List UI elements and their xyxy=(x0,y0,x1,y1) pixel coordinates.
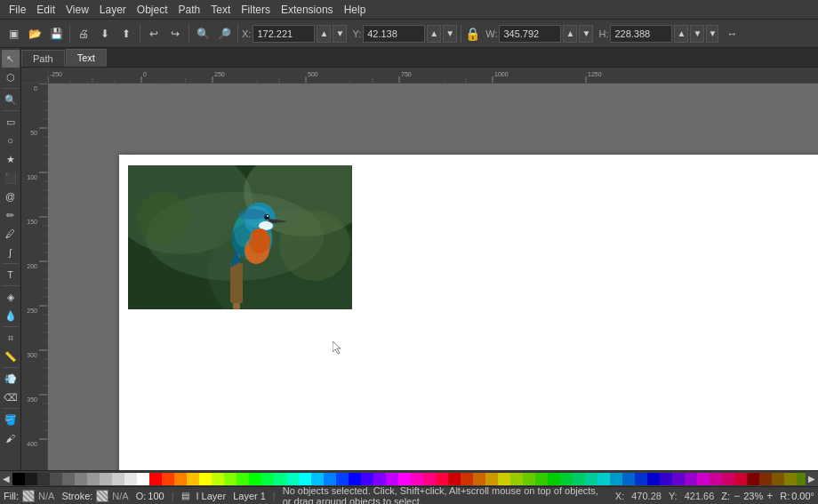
color-swatch[interactable] xyxy=(448,473,461,485)
color-swatch[interactable] xyxy=(386,473,398,485)
menu-filters[interactable]: Filters xyxy=(236,2,276,18)
tool-paint[interactable]: 🖌 xyxy=(2,429,20,447)
image-object[interactable] xyxy=(128,165,352,309)
color-swatch[interactable] xyxy=(75,473,87,485)
color-swatch[interactable] xyxy=(100,473,112,485)
color-swatch[interactable] xyxy=(647,473,660,485)
color-swatch[interactable] xyxy=(784,473,797,485)
tool-3d[interactable]: ⬛ xyxy=(2,169,20,187)
toolbar-redo[interactable]: ↪ xyxy=(165,24,185,44)
menu-extensions[interactable]: Extensions xyxy=(276,2,339,18)
color-swatch[interactable] xyxy=(87,473,100,485)
color-swatch[interactable] xyxy=(261,473,274,485)
color-swatch[interactable] xyxy=(137,473,149,485)
menu-view[interactable]: View xyxy=(60,2,94,18)
color-swatch[interactable] xyxy=(398,473,411,485)
color-swatch[interactable] xyxy=(697,473,710,485)
color-swatch[interactable] xyxy=(485,473,498,485)
coord-w-input[interactable] xyxy=(499,25,561,43)
tool-gradient[interactable]: ◈ xyxy=(2,288,20,306)
menu-layer[interactable]: Layer xyxy=(94,2,132,18)
color-swatch[interactable] xyxy=(286,473,299,485)
color-swatch[interactable] xyxy=(747,473,759,485)
color-swatch[interactable] xyxy=(162,473,174,485)
layer-indicator[interactable]: I Layer xyxy=(196,491,227,501)
color-swatch[interactable] xyxy=(199,473,212,485)
coord-y-down[interactable]: ▼ xyxy=(443,25,457,43)
color-swatch[interactable] xyxy=(349,473,361,485)
tab-path[interactable]: Path xyxy=(21,50,65,67)
tool-ellipse[interactable]: ○ xyxy=(2,132,20,149)
coord-x-up[interactable]: ▲ xyxy=(317,25,331,43)
color-swatch[interactable] xyxy=(274,473,286,485)
coord-x-input[interactable] xyxy=(253,25,315,43)
color-swatch[interactable] xyxy=(62,473,75,485)
color-swatch[interactable] xyxy=(299,473,311,485)
color-swatch[interactable] xyxy=(249,473,261,485)
color-swatch[interactable] xyxy=(373,473,386,485)
color-swatch[interactable] xyxy=(212,473,224,485)
palette-scroll-right[interactable]: ▶ xyxy=(806,471,818,487)
color-swatch[interactable] xyxy=(237,473,249,485)
toolbar-undo[interactable]: ↩ xyxy=(144,24,164,44)
color-swatch[interactable] xyxy=(473,473,485,485)
color-swatch[interactable] xyxy=(37,473,50,485)
color-swatch[interactable] xyxy=(50,473,62,485)
coord-w-up[interactable]: ▲ xyxy=(563,25,577,43)
color-swatch[interactable] xyxy=(734,473,747,485)
color-swatch[interactable] xyxy=(797,473,806,485)
toolbar-save[interactable]: 💾 xyxy=(46,24,66,44)
color-swatch[interactable] xyxy=(224,473,237,485)
tool-connector[interactable]: ⌗ xyxy=(2,329,20,347)
color-swatch[interactable] xyxy=(461,473,473,485)
color-swatch[interactable] xyxy=(411,473,423,485)
layer-value[interactable]: Layer 1 xyxy=(233,491,266,501)
menu-object[interactable]: Object xyxy=(132,2,173,18)
color-swatch[interactable] xyxy=(174,473,187,485)
toolbar-print[interactable]: 🖨 xyxy=(74,24,93,44)
tool-rect[interactable]: ▭ xyxy=(2,113,20,131)
color-swatch[interactable] xyxy=(112,473,124,485)
menu-text[interactable]: Text xyxy=(205,2,236,18)
coord-x-down[interactable]: ▼ xyxy=(333,25,347,43)
tool-dropper[interactable]: 💧 xyxy=(2,307,20,324)
tool-fill[interactable]: 🪣 xyxy=(2,411,20,428)
color-swatch[interactable] xyxy=(535,473,548,485)
palette-scroll-left[interactable]: ◀ xyxy=(0,471,12,487)
color-swatch[interactable] xyxy=(573,473,585,485)
tool-spiral[interactable]: @ xyxy=(2,188,20,205)
color-swatch[interactable] xyxy=(610,473,622,485)
zoom-out-btn[interactable]: − xyxy=(734,490,740,502)
color-swatch[interactable] xyxy=(124,473,137,485)
color-swatch[interactable] xyxy=(772,473,784,485)
toolbar-zoom-in[interactable]: 🔍 xyxy=(193,24,213,44)
color-swatch[interactable] xyxy=(423,473,436,485)
tool-pen[interactable]: 🖊 xyxy=(2,225,20,243)
color-swatch[interactable] xyxy=(635,473,647,485)
menu-file[interactable]: File xyxy=(4,2,31,18)
color-swatch[interactable] xyxy=(585,473,597,485)
coord-y-input[interactable] xyxy=(363,25,425,43)
fill-color-box[interactable] xyxy=(22,490,35,502)
coord-h-down[interactable]: ▼ xyxy=(690,25,704,43)
tool-spray[interactable]: 💨 xyxy=(2,370,20,388)
color-swatch[interactable] xyxy=(187,473,199,485)
menu-path[interactable]: Path xyxy=(173,2,206,18)
color-swatch[interactable] xyxy=(710,473,722,485)
toolbar-new[interactable]: ▣ xyxy=(4,24,23,44)
tool-node[interactable]: ⬡ xyxy=(2,68,20,86)
color-swatch[interactable] xyxy=(548,473,560,485)
menu-edit[interactable]: Edit xyxy=(31,2,60,18)
color-swatch[interactable] xyxy=(498,473,510,485)
canvas-area[interactable] xyxy=(48,84,818,470)
color-swatch[interactable] xyxy=(759,473,772,485)
toolbar-import[interactable]: ⬇ xyxy=(95,24,115,44)
toolbar-open[interactable]: 📂 xyxy=(25,24,44,44)
color-swatch[interactable] xyxy=(361,473,373,485)
tool-eraser[interactable]: ⌫ xyxy=(2,388,20,406)
coord-w-down[interactable]: ▼ xyxy=(579,25,593,43)
toolbar-export[interactable]: ⬆ xyxy=(116,24,136,44)
color-swatch[interactable] xyxy=(336,473,349,485)
toolbar-transform[interactable]: ↔ xyxy=(722,24,742,44)
color-swatch[interactable] xyxy=(324,473,336,485)
